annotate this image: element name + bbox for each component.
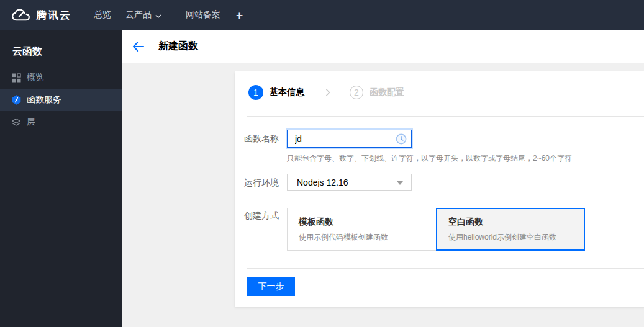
tencent-cloud-logo[interactable]: 腾讯云 — [11, 8, 71, 22]
step-1-label: 基本信息 — [270, 87, 304, 98]
layers-icon — [11, 117, 22, 128]
topnav-cloud-products[interactable]: 云产品 — [125, 9, 161, 20]
creation-method-options: 模板函数 使用示例代码模板创建函数 空白函数 使用helloworld示例创建空… — [287, 208, 585, 251]
top-navigation-bar: 腾讯云 总览 云产品 网站备案 + — [0, 0, 644, 30]
function-name-help-text: 只能包含字母、数字、下划线、连字符，以字母开头，以数字或字母结尾，2~60个字符 — [287, 153, 572, 164]
cloud-logo-icon — [11, 8, 30, 22]
creation-method-row: 创建方式 模板函数 使用示例代码模板创建函数 空白函数 使用helloworld… — [244, 208, 585, 251]
method-description: 使用示例代码模板创建函数 — [299, 232, 436, 243]
content-background: 1 基本信息 2 函数配置 函数名称 — [122, 63, 644, 327]
back-arrow-icon[interactable] — [132, 41, 146, 52]
topbar-separator — [171, 9, 171, 20]
topnav-icp-filing[interactable]: 网站备案 — [186, 9, 220, 20]
runtime-row: 运行环境 Nodejs 12.16 — [244, 174, 412, 191]
pending-clock-icon — [396, 133, 407, 147]
method-title: 空白函数 — [448, 217, 584, 228]
step-1-circle: 1 — [248, 85, 263, 100]
scf-hexagon-icon — [11, 94, 22, 105]
main-area: 新建函数 1 基本信息 2 函数配置 函数名称 — [122, 30, 644, 327]
runtime-select[interactable]: Nodejs 12.16 — [287, 174, 412, 191]
chevron-down-icon — [155, 10, 161, 20]
method-title: 模板函数 — [299, 217, 436, 228]
method-card-template-function[interactable]: 模板函数 使用示例代码模板创建函数 — [287, 208, 437, 251]
wizard-steps: 1 基本信息 2 函数配置 — [248, 85, 404, 100]
sidebar-product-title: 云函数 — [12, 42, 122, 61]
topnav-overview[interactable]: 总览 — [94, 9, 111, 20]
page-header: 新建函数 — [122, 30, 644, 63]
method-description: 使用helloworld示例创建空白函数 — [448, 232, 584, 243]
logo-text: 腾讯云 — [36, 8, 71, 22]
creation-method-label: 创建方式 — [244, 208, 287, 251]
page-title: 新建函数 — [158, 40, 198, 53]
select-caret-icon — [397, 181, 403, 185]
step-2-circle: 2 — [350, 86, 363, 99]
step-2-label: 函数配置 — [370, 87, 404, 98]
next-step-button[interactable]: 下一步 — [247, 277, 295, 296]
sidebar-item-overview[interactable]: 概览 — [0, 66, 122, 89]
runtime-selected-value: Nodejs 12.16 — [297, 177, 348, 187]
steps-divider — [247, 116, 644, 117]
add-tab-button[interactable]: + — [236, 9, 243, 21]
step-chevron-icon — [324, 87, 332, 97]
sidebar-item-label: 函数服务 — [27, 94, 61, 105]
function-name-input[interactable] — [288, 130, 411, 147]
sidebar-item-label: 概览 — [27, 72, 44, 83]
footer-divider — [247, 268, 644, 269]
sidebar-item-label: 层 — [27, 117, 35, 128]
function-name-row: 函数名称 — [244, 130, 412, 148]
sidebar-item-layers[interactable]: 层 — [0, 111, 122, 133]
grid-icon — [11, 72, 22, 83]
create-function-card: 1 基本信息 2 函数配置 函数名称 — [235, 71, 644, 307]
sidebar-item-function-service[interactable]: 函数服务 — [0, 89, 122, 111]
function-name-input-wrap — [287, 130, 412, 148]
function-name-label: 函数名称 — [244, 130, 287, 148]
runtime-label: 运行环境 — [244, 174, 287, 191]
sidebar: 云函数 概览 函数服务 — [0, 30, 122, 327]
method-card-blank-function[interactable]: 空白函数 使用helloworld示例创建空白函数 — [436, 208, 585, 251]
